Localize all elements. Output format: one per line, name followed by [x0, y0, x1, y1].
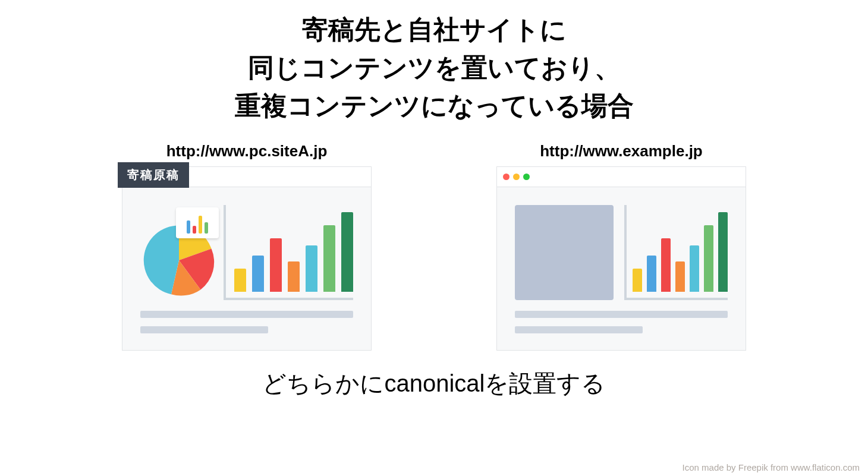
- text-lines-right: [515, 311, 728, 333]
- window-dot-green-icon: [523, 174, 530, 180]
- window-dot-yellow-icon: [513, 174, 520, 180]
- window-titlebar-right: [497, 167, 746, 187]
- browser-window-right: [496, 166, 746, 351]
- text-line: [515, 311, 728, 318]
- browser-window-left: 寄稿原稿: [122, 166, 372, 351]
- mini-bar-chart-icon: [176, 207, 219, 238]
- content-area-left: [122, 187, 371, 350]
- heading-line-1: 寄稿先と自社サイトに: [0, 11, 868, 49]
- window-dot-red-icon: [503, 174, 510, 180]
- heading-line-2: 同じコンテンツを置いており、: [0, 49, 868, 87]
- text-line: [140, 311, 353, 318]
- attribution-text: Icon made by Freepik from www.flaticon.c…: [683, 462, 860, 472]
- bar-chart-left-icon: [224, 205, 353, 300]
- text-line: [515, 326, 643, 333]
- site-left-url: http://www.pc.siteA.jp: [166, 142, 328, 160]
- manuscript-badge: 寄稿原稿: [118, 162, 189, 188]
- site-left: http://www.pc.siteA.jp 寄稿原稿: [122, 142, 372, 351]
- content-area-right: [497, 187, 746, 350]
- site-right-url: http://www.example.jp: [540, 142, 703, 160]
- main-heading: 寄稿先と自社サイトに 同じコンテンツを置いており、 重複コンテンツになっている場…: [0, 0, 868, 124]
- image-placeholder-icon: [515, 205, 614, 300]
- pie-chart-icon: [140, 205, 213, 300]
- text-lines-left: [140, 311, 353, 333]
- bar-chart-right-icon: [624, 205, 728, 300]
- sites-row: http://www.pc.siteA.jp 寄稿原稿: [0, 142, 868, 351]
- bottom-caption: どちらかにcanonicalを設置する: [0, 367, 868, 400]
- text-line: [140, 326, 268, 333]
- site-right: http://www.example.jp: [496, 142, 746, 351]
- heading-line-3: 重複コンテンツになっている場合: [0, 87, 868, 125]
